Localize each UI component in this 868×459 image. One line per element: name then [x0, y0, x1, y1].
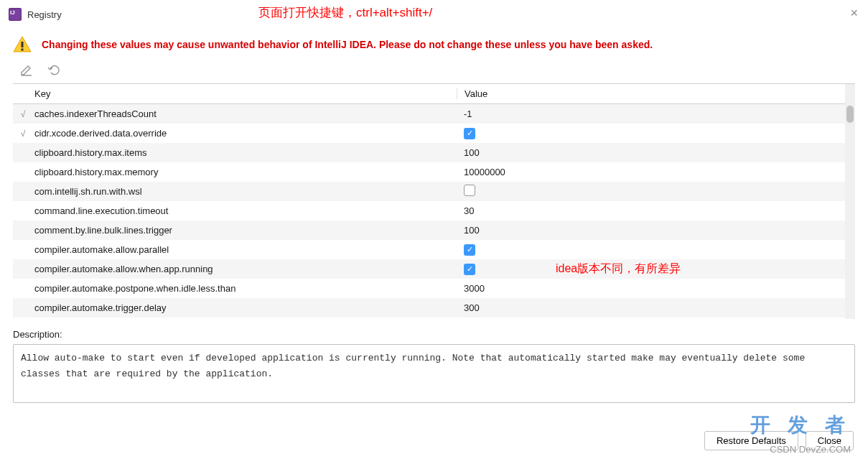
table-row[interactable]: √caches.indexerThreadsCount-1 [13, 104, 855, 124]
table-row[interactable]: √cidr.xcode.derived.data.override✓ [13, 124, 855, 143]
registry-key: compiler.automake.trigger.delay [33, 302, 457, 313]
undo-icon[interactable] [47, 63, 60, 76]
registry-value[interactable]: ✓ [457, 127, 855, 139]
description-text: Allow auto-make to start even if develop… [13, 344, 855, 403]
registry-key: comment.by.line.bulk.lines.trigger [33, 225, 457, 236]
table-row[interactable]: compiler.automake.allow.parallel✓ [13, 240, 855, 259]
registry-key: clipboard.history.max.items [33, 147, 457, 158]
registry-value[interactable]: 3000 [457, 283, 855, 294]
registry-key: caches.indexerThreadsCount [33, 108, 457, 119]
registry-key: compiler.automake.allow.parallel [33, 244, 457, 255]
registry-key: compiler.automake.allow.when.app.running [33, 264, 457, 274]
edit-icon[interactable] [20, 63, 33, 76]
table-row[interactable]: clipboard.history.max.items100 [13, 143, 855, 162]
toolbar [0, 62, 868, 83]
warning-text: Changing these values may cause unwanted… [42, 39, 653, 50]
registry-value[interactable] [457, 185, 855, 198]
registry-value[interactable]: 30 [457, 205, 855, 216]
window-title: Registry [27, 9, 62, 20]
version-annotation: idea版本不同，有所差异 [556, 261, 681, 277]
svg-rect-1 [22, 49, 24, 51]
scrollbar-thumb[interactable] [846, 106, 854, 123]
table-row[interactable]: comment.by.line.bulk.lines.trigger100 [13, 221, 855, 240]
registry-value[interactable]: 10000000 [457, 167, 855, 177]
close-icon[interactable]: × [850, 6, 858, 21]
registry-key: command.line.execution.timeout [33, 205, 457, 216]
modified-marker: √ [13, 129, 33, 139]
registry-key: clipboard.history.max.memory [33, 167, 457, 177]
checkbox-icon[interactable]: ✓ [464, 244, 475, 256]
registry-value[interactable]: ✓ [457, 244, 855, 256]
close-button[interactable]: Close [806, 431, 854, 450]
table-row[interactable]: compiler.build.data.unused.threshold30 [13, 317, 855, 319]
table-header: Key Value [13, 84, 855, 104]
registry-key: compiler.automake.postpone.when.idle.les… [33, 283, 457, 294]
shortcut-annotation: 页面打开快捷键，ctrl+alt+shift+/ [258, 4, 432, 21]
warning-banner: Changing these values may cause unwanted… [0, 26, 868, 62]
registry-key: cidr.xcode.derived.data.override [33, 128, 457, 139]
svg-rect-0 [22, 42, 24, 47]
modified-marker: √ [13, 109, 33, 119]
registry-value[interactable]: 30 [457, 319, 855, 320]
titlebar: Registry 页面打开快捷键，ctrl+alt+shift+/ × [0, 0, 868, 26]
description-label: Description: [0, 319, 868, 343]
registry-value[interactable]: -1 [457, 108, 855, 119]
checkbox-icon[interactable]: ✓ [464, 264, 475, 275]
table-row[interactable]: compiler.automake.allow.when.app.running… [13, 259, 855, 279]
app-icon [9, 8, 22, 21]
checkbox-icon[interactable] [464, 185, 475, 196]
table-row[interactable]: compiler.automake.postpone.when.idle.les… [13, 279, 855, 298]
checkbox-icon[interactable]: ✓ [464, 128, 475, 139]
column-header-value[interactable]: Value [457, 88, 855, 99]
registry-value[interactable]: 100 [457, 225, 855, 236]
registry-key: com.intellij.sh.run.with.wsl [33, 186, 457, 197]
footer: Restore Defaults Close [704, 431, 854, 450]
registry-table: Key Value √caches.indexerThreadsCount-1√… [13, 83, 855, 319]
table-row[interactable]: clipboard.history.max.memory10000000 [13, 162, 855, 182]
registry-value[interactable]: 100 [457, 147, 855, 158]
registry-key: compiler.build.data.unused.threshold [33, 319, 457, 320]
table-row[interactable]: com.intellij.sh.run.with.wsl [13, 182, 855, 201]
restore-defaults-button[interactable]: Restore Defaults [704, 431, 798, 450]
warning-icon [13, 36, 32, 53]
column-header-key[interactable]: Key [33, 88, 457, 99]
table-row[interactable]: command.line.execution.timeout30 [13, 201, 855, 221]
scrollbar[interactable] [845, 84, 855, 319]
table-row[interactable]: compiler.automake.trigger.delay300 [13, 298, 855, 317]
registry-value[interactable]: 300 [457, 302, 855, 313]
